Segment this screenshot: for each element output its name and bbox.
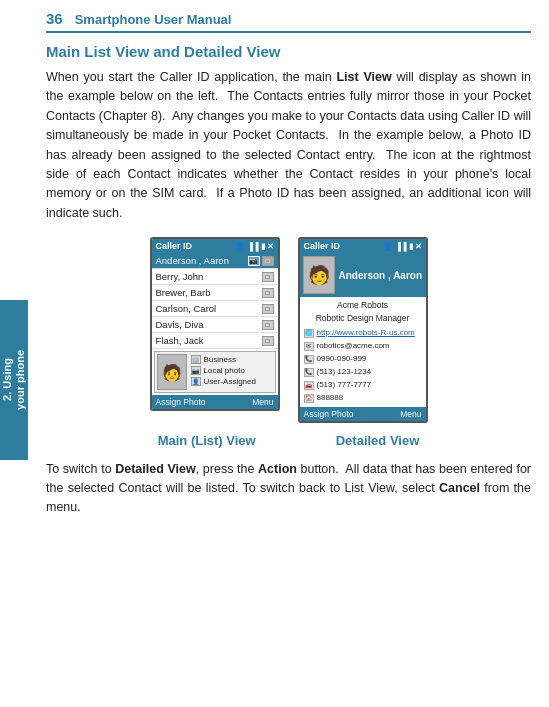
- detail-info: Acme Robots Robotic Design Manager 🌐 htt…: [300, 297, 426, 407]
- popup-item-label: Business: [204, 355, 236, 364]
- sim-icon: □: [262, 256, 274, 266]
- popup-photo: 🧑: [157, 354, 187, 390]
- sim-icon: □: [262, 304, 274, 314]
- x-icon: ✕: [415, 242, 422, 251]
- page-content: 36 Smartphone User Manual Main List View…: [28, 0, 549, 707]
- list-item: Davis, Diva □: [152, 317, 278, 333]
- popup-menu: 🏢 Business 📷 Local photo 👤 User-Assigned: [191, 354, 273, 390]
- list-item-name: Anderson , Aaron: [156, 255, 229, 266]
- detail-view-bottombar: Assign Photo Menu: [300, 407, 426, 421]
- detail-phone4: 888888: [317, 392, 344, 404]
- detail-row: 🌐 http://www.robots-R-us.com: [304, 327, 422, 340]
- list-item: Anderson , Aaron 📷 □: [152, 253, 278, 269]
- sim-icon: □: [262, 272, 274, 282]
- list-view-caption: Main (List) View: [158, 433, 256, 448]
- list-titlebar-label: Caller ID: [156, 241, 193, 251]
- list-view-bottombar: Assign Photo Menu: [152, 395, 278, 409]
- detail-titlebar-label: Caller ID: [304, 241, 341, 251]
- detail-row: 🏠 888888: [304, 392, 422, 405]
- signal-icon: ▐▐: [247, 242, 258, 251]
- body-text: When you start the Caller ID application…: [46, 68, 531, 223]
- x-icon: ✕: [267, 242, 274, 251]
- photo-icon: 📷: [248, 256, 260, 266]
- list-item-name: Davis, Diva: [156, 319, 204, 330]
- page-number: 36: [46, 10, 63, 27]
- caption-row: Main (List) View Detailed View: [46, 433, 531, 448]
- popup-menu-item: 🏢 Business: [191, 354, 273, 365]
- popup-item-label: User-Assigned: [204, 377, 256, 386]
- battery-icon: ▮: [409, 242, 413, 251]
- web-icon: 🌐: [304, 329, 314, 338]
- list-popup: 🧑 🏢 Business 📷 Local photo 👤 User-As: [154, 351, 276, 393]
- phone-icon: 📞: [304, 355, 314, 364]
- detail-row: 📞 0990-090-999: [304, 353, 422, 366]
- detail-email: robotics@acme.com: [317, 340, 390, 352]
- list-item-name: Brewer, Barb: [156, 287, 211, 298]
- list-view-body: Anderson , Aaron 📷 □ Berry, John □ Brewe…: [152, 253, 278, 393]
- menu-button[interactable]: Menu: [252, 397, 273, 407]
- detail-photo: 🧑: [303, 256, 335, 294]
- list-item-name: Flash, Jack: [156, 335, 204, 346]
- local-photo-icon: 📷: [191, 366, 201, 375]
- bottom-text: To switch to Detailed View, press the Ac…: [46, 460, 531, 518]
- signal-icon: ▐▐: [395, 242, 406, 251]
- detail-view-body: 🧑 Anderson , Aaron Acme Robots Robotic D…: [300, 253, 426, 407]
- detail-row: ✉ robotics@acme.com: [304, 340, 422, 353]
- list-item: Carlson, Carol □: [152, 301, 278, 317]
- detail-phone1: 0990-090-999: [317, 353, 367, 365]
- assign-photo-button[interactable]: Assign Photo: [156, 397, 206, 407]
- detail-row: 📞 (513) 123-1234: [304, 366, 422, 379]
- detail-menu-button[interactable]: Menu: [400, 409, 421, 419]
- business-icon: 🏢: [191, 355, 201, 364]
- popup-menu-item: 📷 Local photo: [191, 365, 273, 376]
- person-icon: 👤: [235, 242, 245, 251]
- detail-company: Acme Robots Robotic Design Manager: [304, 299, 422, 325]
- sim-icon: □: [262, 320, 274, 330]
- list-item: Berry, John □: [152, 269, 278, 285]
- detail-photo-row: 🧑 Anderson , Aaron: [300, 253, 426, 297]
- list-item-name: Berry, John: [156, 271, 204, 282]
- detail-website: http://www.robots-R-us.com: [317, 327, 415, 339]
- list-view-titlebar: Caller ID 👤 ▐▐ ▮ ✕: [152, 239, 278, 253]
- detail-titlebar-icons: 👤 ▐▐ ▮ ✕: [383, 242, 421, 251]
- sim-icon: □: [262, 288, 274, 298]
- detail-view-titlebar: Caller ID 👤 ▐▐ ▮ ✕: [300, 239, 426, 253]
- list-view-phone: Caller ID 👤 ▐▐ ▮ ✕ Anderson , Aaron 📷 □: [150, 237, 280, 411]
- detail-name: Anderson , Aaron: [339, 270, 423, 281]
- side-tab: 2. Usingyour phone: [0, 300, 28, 460]
- devices-row: Caller ID 👤 ▐▐ ▮ ✕ Anderson , Aaron 📷 □: [46, 237, 531, 423]
- list-item-name: Carlson, Carol: [156, 303, 217, 314]
- popup-item-label: Local photo: [204, 366, 245, 375]
- detail-phone3: (513) 777-7777: [317, 379, 372, 391]
- page-header: 36 Smartphone User Manual: [46, 10, 531, 33]
- detail-view-phone: Caller ID 👤 ▐▐ ▮ ✕ 🧑 Anderson , Aaron Ac…: [298, 237, 428, 423]
- phone-icon: 📞: [304, 368, 314, 377]
- home-icon: 🏠: [304, 394, 314, 403]
- list-item: Brewer, Barb □: [152, 285, 278, 301]
- detail-row: 🚗 (513) 777-7777: [304, 379, 422, 392]
- email-icon: ✉: [304, 342, 314, 351]
- list-item: Flash, Jack □: [152, 333, 278, 349]
- sim-icon: □: [262, 336, 274, 346]
- detail-view-caption: Detailed View: [336, 433, 420, 448]
- section-title: Main List View and Detailed View: [46, 43, 531, 60]
- user-assigned-icon: 👤: [191, 377, 201, 386]
- car-icon: 🚗: [304, 381, 314, 390]
- battery-icon: ▮: [261, 242, 265, 251]
- detail-assign-photo-button[interactable]: Assign Photo: [304, 409, 354, 419]
- detail-phone2: (513) 123-1234: [317, 366, 372, 378]
- popup-menu-item: 👤 User-Assigned: [191, 376, 273, 387]
- side-tab-label: 2. Usingyour phone: [1, 350, 27, 410]
- page-title-header: Smartphone User Manual: [75, 12, 232, 27]
- person-icon: 👤: [383, 242, 393, 251]
- list-titlebar-icons: 👤 ▐▐ ▮ ✕: [235, 242, 273, 251]
